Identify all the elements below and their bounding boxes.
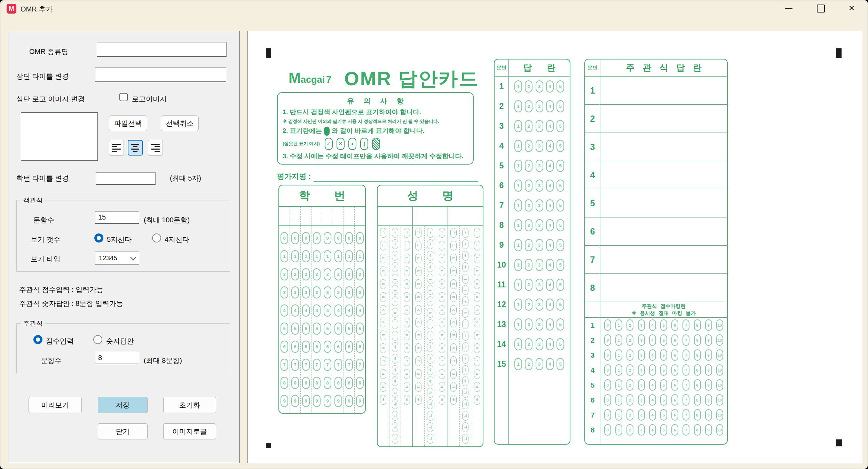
mark-bubble: ㄹ xyxy=(404,267,410,276)
corner-mark-top-right xyxy=(836,48,842,58)
mark-bubble: 2 xyxy=(525,80,532,93)
choice-count-label: 보기 갯수 xyxy=(31,235,61,244)
answer-box-header: 문번 답 란 xyxy=(495,59,570,77)
mark-bubble: 3 xyxy=(356,286,364,299)
mark-bubble: ㅊ xyxy=(380,343,386,353)
mark-bubble: 7 xyxy=(345,359,353,371)
answer-row-number: 14 xyxy=(495,334,509,354)
mark-bubble: 4 xyxy=(356,304,364,317)
score-row-bubbles: 012345678910 xyxy=(600,394,727,406)
mark-bubble: 7 xyxy=(682,349,689,361)
reset-button[interactable]: 초기화 xyxy=(163,397,216,413)
preview-button[interactable]: 미리보기 xyxy=(29,397,82,413)
minimize-button[interactable] xyxy=(778,0,800,16)
subjective-count-label: 문항수 xyxy=(41,356,62,365)
mark-bubble: ㅏ xyxy=(462,228,468,238)
subjective-row-number: 1 xyxy=(585,77,600,104)
choice4-radio[interactable] xyxy=(152,233,161,243)
mark-bubble: ㅊ xyxy=(474,343,480,353)
number-answer-radio[interactable] xyxy=(93,335,102,344)
mark-bubble: ㅗ xyxy=(462,274,468,284)
score-input-radio[interactable] xyxy=(33,335,42,344)
mark-bubble: ㄴ xyxy=(450,241,457,251)
align-left-button[interactable] xyxy=(109,140,124,156)
name-write-cell xyxy=(448,207,483,225)
score-marking-header: 주관식 점수마킹란 ※ 응시생 절대 마킹 불가 xyxy=(585,302,727,318)
name-column: ㄱㄴㄷㄹㅁㅂㅅㅇㅈㅊㅋㅌㅍㅎ xyxy=(471,226,483,446)
mark-bubble: 2 xyxy=(324,268,331,280)
subjective-title: 주 관 식 답 란 xyxy=(600,62,727,73)
name-column: ㄱㄴㄷㄹㅁㅂㅅㅇㅈㅊㅋㅌㅍㅎ xyxy=(448,226,459,446)
maximize-button[interactable] xyxy=(810,0,832,16)
answer-rows-filler xyxy=(495,374,570,444)
mark-bubble: ㅘ xyxy=(392,388,398,398)
mark-bubble: 5 xyxy=(660,364,667,376)
answer-row-number: 12 xyxy=(495,295,509,315)
align-right-button[interactable] xyxy=(148,140,163,156)
mark-bubble: 9 xyxy=(705,424,712,436)
mark-bubble: 6 xyxy=(356,341,364,353)
logo-image-checkbox[interactable] xyxy=(119,93,128,101)
subjective-answer-cell xyxy=(600,161,727,189)
name-column: ㅏㅑㅓㅕㅗㅛㅜㅠㅡㅣㅐㅒㅔㅖㅘㅙㅚㅝㅢ xyxy=(424,226,436,446)
wrong-mark-icons: ✓✕●❙ xyxy=(325,138,384,150)
answer-row-number: 3 xyxy=(495,116,509,136)
cancel-select-button[interactable]: 선택취소 xyxy=(161,116,199,131)
mark-bubble: 3 xyxy=(536,259,543,271)
mark-bubble: ㅢ xyxy=(462,434,468,444)
mark-bubble: 7 xyxy=(682,319,689,331)
subjective-count-input[interactable]: 8 xyxy=(95,352,139,364)
mark-bubble: ㅡ xyxy=(392,319,398,329)
omr-type-input[interactable] xyxy=(97,42,227,57)
save-button[interactable]: 저장 xyxy=(98,397,148,413)
score-row-bubbles: 012345678910 xyxy=(600,364,727,376)
answer-row-bubbles: 12345 xyxy=(509,199,570,212)
answer-row: 212345 xyxy=(495,96,570,116)
score-input-label: 점수입력 xyxy=(46,336,74,346)
mark-bubble: 0 xyxy=(604,424,611,436)
mark-bubble: 2 xyxy=(313,268,321,280)
mark-bubble: ㅛ xyxy=(427,285,433,295)
subjective-answer-row: 5 xyxy=(585,189,727,217)
mark-bubble: 4 xyxy=(546,140,554,152)
mark-bubble: 8 xyxy=(694,319,701,331)
mark-bubble: 6 xyxy=(671,334,678,346)
student-number-column: 0123456789 xyxy=(322,226,333,413)
app-window: M OMR 추가 ✕ OMR 종류명 상단 타이틀 변경 상단 로고 이미지 변… xyxy=(0,0,868,469)
mark-bubble: ㅚ xyxy=(462,411,468,421)
mark-bubble: 6 xyxy=(324,341,331,353)
mark-bubble: 3 xyxy=(638,334,645,346)
mark-bubble: 1 xyxy=(514,259,522,271)
close-button[interactable]: ✕ xyxy=(841,0,863,16)
mark-bubble: ㅌ xyxy=(450,369,457,379)
file-select-button[interactable]: 파일선택 xyxy=(109,116,147,131)
name-bubble-grid: ㄱㄴㄷㄹㅁㅂㅅㅇㅈㅊㅋㅌㅍㅎㅏㅑㅓㅕㅗㅛㅜㅠㅡㅣㅐㅒㅔㅖㅘㅙㅚㅝㅢㄱㄴㄷㄹㅁㅂㅅ… xyxy=(378,226,483,446)
mark-bubble: 9 xyxy=(705,364,712,376)
mark-bubble: ㄷ xyxy=(380,254,386,263)
mark-bubble: ㅒ xyxy=(392,354,398,364)
top-title-input[interactable] xyxy=(95,67,226,82)
subjective-answer-row: 8 xyxy=(585,274,727,302)
notice-wrong-row: (잘못된 표기 예시) ✓✕●❙ xyxy=(283,138,468,150)
align-center-button[interactable] xyxy=(128,140,143,156)
mark-bubble: ㅍ xyxy=(404,382,410,392)
close-dialog-button[interactable]: 닫기 xyxy=(98,423,148,439)
mark-bubble: ㅎ xyxy=(404,395,410,405)
image-toggle-button[interactable]: 이미지토글 xyxy=(163,423,216,439)
mark-bubble: ㅝ xyxy=(462,422,468,432)
choice5-radio[interactable] xyxy=(94,233,103,243)
studentno-title-input[interactable] xyxy=(96,172,156,185)
mark-bubble: 6 xyxy=(334,341,342,353)
mark-bubble: 8 xyxy=(694,409,701,421)
mark-bubble: ㅌ xyxy=(404,369,410,379)
student-number-column: 0123456789 xyxy=(354,226,365,413)
choice-type-select[interactable]: 12345 xyxy=(95,252,139,265)
mark-bubble: 5 xyxy=(660,424,667,436)
mark-bubble: 0 xyxy=(604,379,611,391)
score-marking-rows: 1012345678910201234567891030123456789104… xyxy=(585,318,727,444)
mark-bubble: 5 xyxy=(557,219,564,231)
objective-count-input[interactable]: 15 xyxy=(95,211,139,224)
mark-bubble: 4 xyxy=(649,334,656,346)
mark-bubble: 1 xyxy=(615,394,622,406)
student-number-write-cell xyxy=(311,207,322,225)
